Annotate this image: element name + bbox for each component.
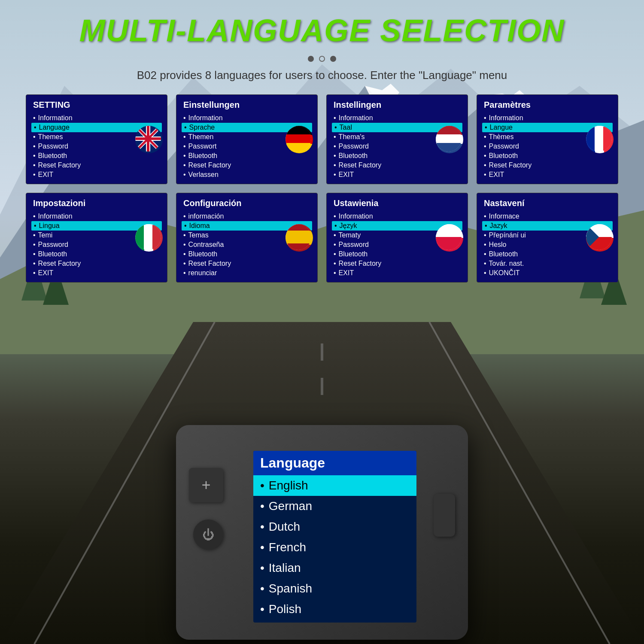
- flag-nl: [436, 126, 463, 153]
- menu-item-english-5[interactable]: Reset Factory: [31, 161, 162, 170]
- menu-panel-polish: UstawieniaInformationJęzykTematyPassword…: [326, 193, 468, 283]
- menu-item-german-0[interactable]: Information: [182, 113, 312, 123]
- menu-item-czech-6[interactable]: UKONČIT: [482, 268, 613, 278]
- menu-item-french-4[interactable]: Bluetooth: [482, 151, 613, 161]
- menu-panel-english: SETTINGInformationLanguageThemesPassword…: [26, 94, 167, 184]
- svg-rect-44: [286, 231, 311, 243]
- screen-item-2[interactable]: Dutch: [253, 516, 416, 537]
- menu-item-spanish-4[interactable]: Bluetooth: [182, 249, 312, 259]
- device-body: + ⏻ Language EnglishGermanDutchFrenchIta…: [176, 425, 468, 640]
- menu-item-german-6[interactable]: Verlassen: [182, 170, 312, 179]
- panel-title-spanish: Configuración: [182, 197, 312, 209]
- menu-item-polish-6[interactable]: EXIT: [332, 268, 462, 278]
- panels-grid: SETTINGInformationLanguageThemesPassword…: [26, 94, 618, 283]
- screen-item-5[interactable]: Spanish: [253, 578, 416, 599]
- menu-item-polish-0[interactable]: Information: [332, 212, 462, 221]
- menu-item-dutch-6[interactable]: EXIT: [332, 170, 462, 179]
- screen-item-0[interactable]: English: [253, 475, 416, 496]
- screen-item-4[interactable]: Italian: [253, 558, 416, 578]
- menu-item-dutch-0[interactable]: Information: [332, 113, 462, 123]
- menu-item-spanish-0[interactable]: información: [182, 212, 312, 221]
- menu-panel-czech: NastaveníInformaceJazykPřepínání uiHeslo…: [477, 193, 618, 283]
- menu-item-dutch-5[interactable]: Reset Factory: [332, 161, 462, 170]
- menu-item-czech-0[interactable]: Informace: [482, 212, 613, 221]
- panel-title-polish: Ustawienia: [332, 197, 462, 209]
- device-illustration: + ⏻ Language EnglishGermanDutchFrenchIta…: [172, 416, 472, 640]
- menu-item-spanish-5[interactable]: Reset Factory: [182, 259, 312, 268]
- flag-uk: [135, 126, 163, 153]
- menu-item-dutch-4[interactable]: Bluetooth: [332, 151, 462, 161]
- dot-1[interactable]: [308, 56, 314, 62]
- nav-button[interactable]: [434, 494, 455, 537]
- screen-item-6[interactable]: Polish: [253, 599, 416, 620]
- flag-pl: [436, 224, 463, 252]
- flag-cz: [586, 224, 614, 252]
- svg-rect-28: [286, 134, 311, 143]
- panel-title-italian: Impostazioni: [31, 197, 162, 209]
- flag-fr: [586, 126, 614, 153]
- menu-item-italian-5[interactable]: Reset Factory: [31, 259, 162, 268]
- slide-indicators: [0, 56, 644, 64]
- menu-item-italian-0[interactable]: Information: [31, 212, 162, 221]
- panel-title-czech: Nastavení: [482, 197, 613, 209]
- menu-item-italian-4[interactable]: Bluetooth: [31, 249, 162, 259]
- page-title: MULTI-LANGUAGE SELECTION: [0, 13, 644, 48]
- menu-panel-dutch: InstellingenInformationTaalThema'sPasswo…: [326, 94, 468, 184]
- flag-it: [135, 224, 163, 252]
- screen-item-1[interactable]: German: [253, 496, 416, 516]
- panel-title-english: SETTING: [31, 99, 162, 111]
- menu-panel-french: ParamètresInformationLangueThèmesPasswor…: [477, 94, 618, 184]
- panel-title-dutch: Instellingen: [332, 99, 462, 111]
- menu-item-german-4[interactable]: Bluetooth: [182, 151, 312, 161]
- dot-2[interactable]: [319, 56, 325, 62]
- menu-item-polish-5[interactable]: Reset Factory: [332, 259, 462, 268]
- menu-item-french-6[interactable]: EXIT: [482, 170, 613, 179]
- menu-item-french-0[interactable]: Information: [482, 113, 613, 123]
- menu-panel-german: EinstellungenInformationSpracheThemenPas…: [176, 94, 318, 184]
- menu-item-german-5[interactable]: Reset Factory: [182, 161, 312, 170]
- menu-item-italian-6[interactable]: EXIT: [31, 268, 162, 278]
- screen-item-3[interactable]: French: [253, 537, 416, 558]
- menu-item-spanish-6[interactable]: renunciar: [182, 268, 312, 278]
- flag-es: [286, 224, 313, 252]
- menu-item-english-6[interactable]: EXIT: [31, 170, 162, 179]
- svg-rect-32: [436, 134, 462, 143]
- svg-rect-40: [144, 224, 152, 250]
- dot-3[interactable]: [330, 56, 336, 62]
- menu-item-french-5[interactable]: Reset Factory: [482, 161, 613, 170]
- menu-item-english-4[interactable]: Bluetooth: [31, 151, 162, 161]
- menu-panel-spanish: ConfiguracióninformaciónIdiomaTemasContr…: [176, 193, 318, 283]
- menu-item-english-0[interactable]: Information: [31, 113, 162, 123]
- plus-button[interactable]: +: [189, 468, 223, 502]
- flag-de: [286, 126, 313, 153]
- menu-item-czech-5[interactable]: Továr. nast.: [482, 259, 613, 268]
- screen-title: Language: [253, 451, 416, 475]
- panel-title-german: Einstellungen: [182, 99, 312, 111]
- panel-title-french: Paramètres: [482, 99, 613, 111]
- menu-item-polish-4[interactable]: Bluetooth: [332, 249, 462, 259]
- svg-rect-36: [595, 126, 603, 152]
- menu-panel-italian: ImpostazioniInformationLinguaTemiPasswor…: [26, 193, 167, 283]
- menu-item-czech-4[interactable]: Bluetooth: [482, 249, 613, 259]
- power-button[interactable]: ⏻: [193, 519, 223, 550]
- description-text: B02 provides 8 languages for users to ch…: [0, 69, 644, 82]
- device-screen: Language EnglishGermanDutchFrenchItalian…: [253, 451, 416, 623]
